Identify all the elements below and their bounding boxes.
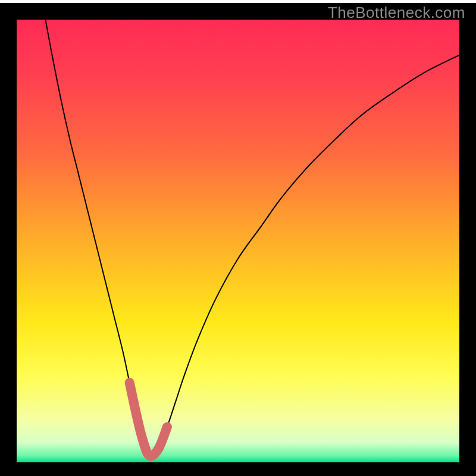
plot-background <box>17 20 459 462</box>
bottleneck-chart <box>0 0 476 476</box>
watermark-label: TheBottleneck.com <box>328 4 465 22</box>
